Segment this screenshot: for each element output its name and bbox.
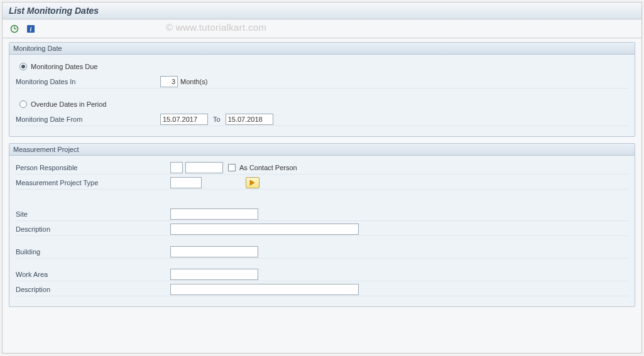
group-header-monitoring: Monitoring Date	[9, 43, 635, 55]
svg-text:i: i	[30, 25, 32, 32]
input-monitoring-dates-in[interactable]	[160, 76, 178, 87]
input-work-area[interactable]	[170, 269, 258, 280]
label-to: To	[213, 116, 221, 123]
label-months-unit: Month(s)	[180, 78, 207, 85]
group-measurement-project: Measurement Project Person Responsible A…	[9, 143, 635, 307]
label-work-area-description: Description	[16, 286, 170, 293]
content-area: Monitoring Date Monitoring Dates Due Mon…	[3, 38, 641, 317]
execute-button[interactable]	[8, 23, 21, 35]
input-date-from[interactable]	[160, 114, 208, 125]
label-work-area: Work Area	[16, 271, 170, 278]
toolbar: i © www.tutorialkart.com	[3, 19, 641, 38]
label-site-description: Description	[16, 225, 170, 233]
app-window: List Monitoring Dates i © www.tutorialka…	[2, 2, 642, 353]
label-as-contact-person: As Contact Person	[239, 164, 297, 171]
watermark-text: © www.tutorialkart.com	[166, 22, 266, 33]
radio-overdue-dates-in-period[interactable]	[19, 100, 27, 108]
multiple-selection-button[interactable]	[246, 177, 259, 188]
label-building: Building	[16, 248, 170, 256]
label-person-responsible: Person Responsible	[16, 164, 170, 171]
svg-marker-5	[250, 180, 254, 185]
label-monitoring-dates-in: Monitoring Dates In	[16, 78, 160, 85]
checkbox-as-contact-person[interactable]	[228, 164, 236, 171]
execute-icon	[10, 24, 19, 33]
input-person-name[interactable]	[185, 162, 223, 173]
radio-label-overdue: Overdue Dates in Period	[31, 100, 106, 108]
input-site-description[interactable]	[170, 224, 359, 235]
label-measurement-project-type: Measurement Project Type	[16, 179, 170, 186]
input-person-code[interactable]	[170, 162, 183, 173]
input-building[interactable]	[170, 246, 258, 257]
group-header-project: Measurement Project	[9, 144, 635, 156]
radio-monitoring-dates-due[interactable]	[19, 63, 27, 70]
label-monitoring-date-from: Monitoring Date From	[16, 116, 160, 123]
input-work-area-description[interactable]	[170, 284, 359, 295]
input-project-type[interactable]	[170, 177, 202, 188]
info-button[interactable]: i	[24, 23, 38, 35]
page-title: List Monitoring Dates	[3, 3, 641, 19]
input-date-to[interactable]	[226, 114, 273, 125]
arrow-right-icon	[249, 180, 256, 186]
input-site[interactable]	[170, 208, 258, 220]
label-site: Site	[16, 210, 170, 218]
info-icon: i	[26, 24, 35, 33]
group-monitoring-date: Monitoring Date Monitoring Dates Due Mon…	[9, 42, 635, 137]
radio-label-monitoring-due: Monitoring Dates Due	[31, 63, 97, 70]
